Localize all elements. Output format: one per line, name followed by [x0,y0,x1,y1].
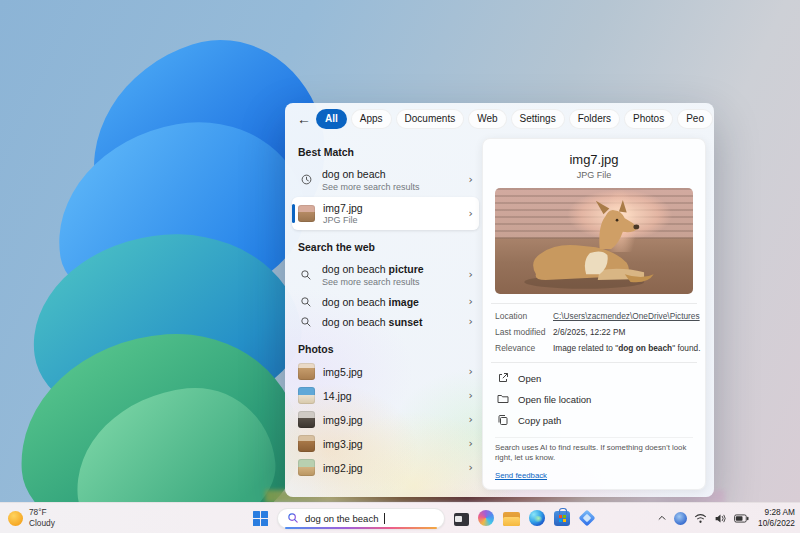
folder-icon [497,393,509,405]
tab-apps[interactable]: Apps [351,109,392,129]
section-header-search-web: Search the web [298,241,473,253]
img9-thumbnail [298,411,315,428]
photo-result-14[interactable]: 14.jpg › [292,384,479,408]
tab-all[interactable]: All [316,109,347,129]
chevron-right-icon[interactable]: › [469,268,473,281]
location-link[interactable]: C:\Users\zacmendez\OneDrive\Pictures [553,311,700,321]
search-results-list: Best Match dog on beach See more search … [292,135,479,480]
tab-documents[interactable]: Documents [396,109,465,129]
weather-text: 78°F Cloudy [29,507,55,529]
meta-label: Location [495,311,553,321]
meta-label: Last modified [495,327,553,337]
chevron-right-icon[interactable]: › [469,295,473,308]
action-copy-path[interactable]: Copy path [497,414,691,426]
chevron-right-icon[interactable]: › [469,413,473,426]
img5-thumbnail [298,363,315,380]
meta-value: 2/6/2025, 12:22 PM [553,327,625,337]
tab-folders[interactable]: Folders [569,109,620,129]
tab-settings[interactable]: Settings [511,109,565,129]
tray-app-icon[interactable] [674,512,687,525]
action-open[interactable]: Open [497,372,691,384]
divider [491,362,697,363]
chevron-right-icon[interactable]: › [469,437,473,450]
result-text: dog on beach sunset [322,316,461,328]
result-title: img9.jpg [323,414,461,426]
battery-icon[interactable] [734,514,749,523]
divider [491,303,697,304]
result-text: 14.jpg [323,390,461,402]
result-history-dog-on-beach[interactable]: dog on beach See more search results › [292,163,479,197]
tab-photos[interactable]: Photos [624,109,673,129]
back-button[interactable]: ← [297,111,311,127]
result-title: dog on beach picture [322,263,461,275]
ai-disclaimer-footer: Search uses AI to find results. If somet… [495,437,693,482]
result-subtitle: See more search results [322,182,461,192]
photo-result-img2[interactable]: img2.jpg › [292,456,479,480]
search-icon [298,296,314,308]
weather-widget[interactable]: 78°F Cloudy [8,505,55,531]
start-button[interactable] [253,511,268,526]
result-text: dog on beach See more search results [322,168,461,192]
web-suggestion-sunset[interactable]: dog on beach sunset › [292,312,479,332]
chevron-right-icon[interactable]: › [469,461,473,474]
copy-icon [497,414,509,426]
tab-web[interactable]: Web [468,109,506,129]
img3-thumbnail [298,435,315,452]
file-explorer-button[interactable] [503,512,520,526]
task-view-button[interactable] [454,513,469,526]
result-file-img7[interactable]: img7.jpg JPG File › [292,197,479,231]
copilot-button[interactable] [478,510,494,526]
result-title: dog on beach [322,168,461,180]
result-text: img9.jpg [323,414,461,426]
result-text: img7.jpg JPG File [323,202,461,226]
search-icon [298,316,314,328]
result-title: 14.jpg [323,390,461,402]
taskbar-center: dog on the beach [253,503,595,533]
result-text: dog on beach picture See more search res… [322,263,461,287]
tray-time-value: 9:28 AM [758,507,795,518]
search-icon [287,512,299,524]
meta-value: Image related to "dog on beach" found. [553,343,700,353]
edge-browser-button[interactable] [529,510,545,526]
result-text: img5.jpg [323,366,461,378]
clock[interactable]: 9:28 AM 10/6/2022 [758,507,795,529]
file-preview-card: img7.jpg JPG File Location C:\Users\zacm… [482,138,706,490]
meta-last-modified: Last modified 2/6/2025, 12:22 PM [495,327,693,337]
volume-icon[interactable] [714,513,727,524]
taskbar-search-box[interactable]: dog on the beach [277,508,445,529]
result-text: img3.jpg [323,438,461,450]
result-title: dog on beach image [322,296,461,308]
img7-thumbnail [298,205,315,222]
action-label: Open file location [518,394,591,405]
send-feedback-link[interactable]: Send feedback [495,471,547,480]
photo-result-img9[interactable]: img9.jpg › [292,408,479,432]
tab-people[interactable]: Peo [677,109,713,129]
search-icon [298,269,314,281]
system-tray: 9:28 AM 10/6/2022 [657,503,795,533]
microsoft-store-button[interactable] [554,511,570,526]
chevron-right-icon[interactable]: › [469,365,473,378]
dog-illustration [507,196,661,294]
web-suggestion-picture[interactable]: dog on beach picture See more search res… [292,258,479,292]
img2-thumbnail [298,459,315,476]
open-external-icon [497,372,509,384]
section-header-best-match: Best Match [298,146,473,158]
app-button-blue-diamond[interactable] [579,510,596,527]
chevron-right-icon[interactable]: › [469,315,473,328]
photo-result-img3[interactable]: img3.jpg › [292,432,479,456]
action-open-file-location[interactable]: Open file location [497,393,691,405]
web-suggestion-image[interactable]: dog on beach image › [292,292,479,312]
photo-result-img5[interactable]: img5.jpg › [292,360,479,384]
history-icon [298,173,314,186]
chevron-right-icon[interactable]: › [469,389,473,402]
store-logo [559,515,566,522]
chevron-right-icon[interactable]: › [469,207,473,220]
hidden-icons-chevron[interactable] [657,513,667,523]
action-label: Copy path [518,415,561,426]
result-title: img2.jpg [323,462,461,474]
wifi-icon[interactable] [694,513,707,524]
result-text: dog on beach image [322,296,461,308]
meta-relevance: Relevance Image related to "dog on beach… [495,343,693,353]
search-query-text: dog on the beach [305,513,378,524]
chevron-right-icon[interactable]: › [469,173,473,186]
